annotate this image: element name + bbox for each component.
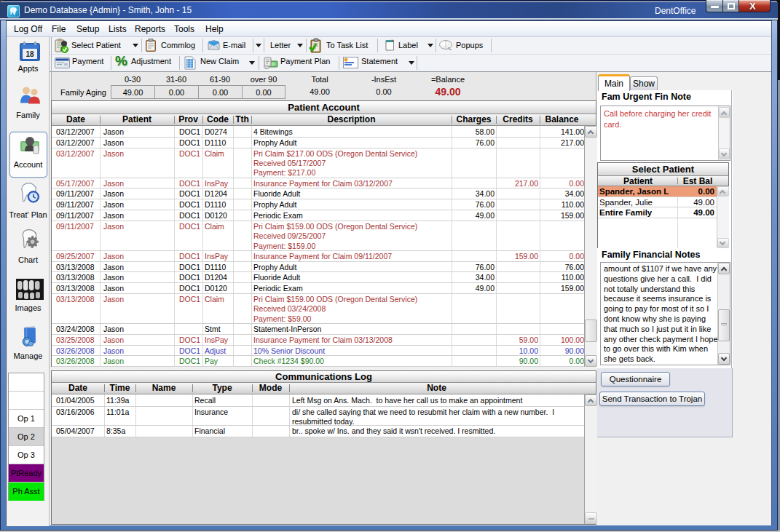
svg-text:18: 18 (25, 50, 34, 58)
